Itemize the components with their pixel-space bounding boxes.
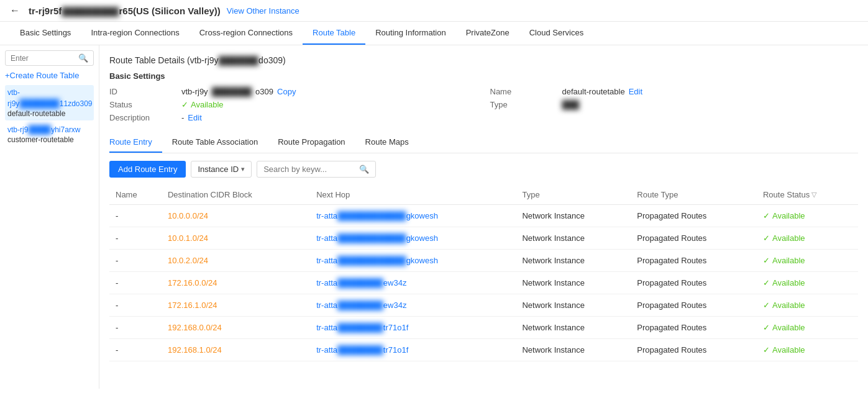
cell-cidr-5: 192.168.0.0/24 <box>162 317 310 339</box>
table-row: - 192.168.0.0/24 tr-atta████████tr71o1f … <box>109 317 858 339</box>
name-edit-button[interactable]: Edit <box>629 87 642 96</box>
main-layout: 🔍 +Create Route Table vtb-rj9y███████11z… <box>0 45 868 389</box>
cell-cidr-4: 172.16.1.0/24 <box>162 294 310 317</box>
cell-cidr-0: 10.0.0.0/24 <box>162 205 310 227</box>
check-icon: ✓ <box>763 233 770 243</box>
cell-next-hop-2: tr-atta████████████gkowesh <box>310 250 516 272</box>
cell-type-2: Network Instance <box>516 250 631 272</box>
info-row-id: ID vtb-rj9y███████o309 Copy <box>109 87 478 96</box>
id-label: ID <box>109 87 171 96</box>
detail-header: Route Table Details (vtb-rj9y███████do30… <box>109 55 858 65</box>
desc-edit-button[interactable]: Edit <box>188 113 201 122</box>
cell-name-4: - <box>109 294 162 317</box>
tab-private-zone[interactable]: PrivateZone <box>456 22 519 45</box>
cell-type-1: Network Instance <box>516 227 631 250</box>
info-row-desc: Description - Edit <box>109 113 478 122</box>
type-label: Type <box>490 100 552 109</box>
cell-route-type-0: Propagated Routes <box>631 205 757 227</box>
name-label: Name <box>490 87 552 96</box>
add-route-entry-button[interactable]: Add Route Entry <box>109 161 186 178</box>
chevron-down-icon: ▾ <box>241 165 245 173</box>
sidebar-item-2[interactable]: vtb-rj9████yhi7arxw customer-routetable <box>5 122 94 147</box>
cell-cidr-1: 10.0.1.0/24 <box>162 227 310 250</box>
info-row-status: Status ✓ Available <box>109 100 478 109</box>
id-value: vtb-rj9y███████o309 Copy <box>181 87 296 96</box>
instance-id-label: Instance ID <box>198 165 239 174</box>
cell-status-3: ✓ Available <box>757 272 858 294</box>
inner-tab-route-entry[interactable]: Route Entry <box>109 132 162 153</box>
cell-status-5: ✓ Available <box>757 317 858 339</box>
keyword-search-box[interactable]: 🔍 <box>257 161 376 178</box>
id-copy-button[interactable]: Copy <box>277 87 296 96</box>
name-value: default-routetable Edit <box>562 87 643 96</box>
table-row: - 172.16.1.0/24 tr-atta████████ew34z Net… <box>109 294 858 317</box>
instance-id-dropdown[interactable]: Instance ID ▾ <box>191 161 252 178</box>
header-bar: ← tr-rj9r5f██████████r65(US (Silicon Val… <box>0 0 868 22</box>
cell-name-2: - <box>109 250 162 272</box>
route-status-filter[interactable]: Route Status ▽ <box>763 190 816 199</box>
search-icon: 🔍 <box>78 53 88 63</box>
keyword-search-input[interactable] <box>263 165 357 174</box>
cell-status-6: ✓ Available <box>757 339 858 361</box>
top-tab-bar: Basic Settings Intra-region Connections … <box>0 22 868 45</box>
col-next-hop: Next Hop <box>310 185 516 205</box>
table-row: - 192.168.1.0/24 tr-atta████████tr71o1f … <box>109 339 858 361</box>
cell-next-hop-5: tr-atta████████tr71o1f <box>310 317 516 339</box>
cell-type-5: Network Instance <box>516 317 631 339</box>
inner-tab-route-table-assoc[interactable]: Route Table Association <box>162 132 268 153</box>
cell-next-hop-3: tr-atta████████ew34z <box>310 272 516 294</box>
status-label: Status <box>109 100 171 109</box>
toolbar: Add Route Entry Instance ID ▾ 🔍 <box>109 161 858 178</box>
back-button[interactable]: ← <box>10 5 20 16</box>
cell-status-4: ✓ Available <box>757 294 858 317</box>
desc-label: Description <box>109 113 171 122</box>
cell-cidr-3: 172.16.0.0/24 <box>162 272 310 294</box>
view-other-instance-button[interactable]: View Other Instance <box>227 6 299 16</box>
check-icon: ✓ <box>763 323 770 332</box>
tab-cross-region[interactable]: Cross-region Connections <box>190 22 303 45</box>
info-row-name: Name default-routetable Edit <box>490 87 859 96</box>
cell-status-2: ✓ Available <box>757 250 858 272</box>
tab-basic-settings[interactable]: Basic Settings <box>10 22 81 45</box>
type-value: ███ <box>562 100 580 109</box>
cell-name-5: - <box>109 317 162 339</box>
desc-value: - Edit <box>181 113 202 122</box>
sidebar-search-box[interactable]: 🔍 <box>5 50 94 66</box>
cell-name-3: - <box>109 272 162 294</box>
tab-routing-info[interactable]: Routing Information <box>365 22 455 45</box>
sidebar-search-input[interactable] <box>11 54 76 63</box>
inner-tab-route-propagation[interactable]: Route Propagation <box>268 132 355 153</box>
col-name: Name <box>109 185 162 205</box>
basic-settings-label: Basic Settings <box>109 71 858 81</box>
sidebar-item-2-name: customer-routetable <box>7 135 91 144</box>
status-value: ✓ Available <box>181 100 224 109</box>
tab-intra-region[interactable]: Intra-region Connections <box>81 22 189 45</box>
info-right: Name default-routetable Edit Type ███ <box>490 87 859 122</box>
sidebar: 🔍 +Create Route Table vtb-rj9y███████11z… <box>0 45 99 389</box>
search-icon: 🔍 <box>359 165 369 174</box>
tab-route-table[interactable]: Route Table <box>303 22 365 45</box>
cell-next-hop-1: tr-atta████████████gkowesh <box>310 227 516 250</box>
sidebar-item-1[interactable]: vtb-rj9y███████11zdo309 default-routetab… <box>5 85 94 120</box>
cell-name-1: - <box>109 227 162 250</box>
table-row: - 10.0.0.0/24 tr-atta████████████gkowesh… <box>109 205 858 227</box>
route-table: Name Destination CIDR Block Next Hop Typ… <box>109 185 858 361</box>
create-route-table-button[interactable]: +Create Route Table <box>5 71 94 80</box>
cell-type-3: Network Instance <box>516 272 631 294</box>
inner-tab-route-maps[interactable]: Route Maps <box>355 132 419 153</box>
info-left: ID vtb-rj9y███████o309 Copy Status ✓ Ava… <box>109 87 478 122</box>
cell-name-6: - <box>109 339 162 361</box>
cell-cidr-2: 10.0.2.0/24 <box>162 250 310 272</box>
inner-tab-bar: Route Entry Route Table Association Rout… <box>109 132 858 153</box>
cell-route-type-3: Propagated Routes <box>631 272 757 294</box>
cell-cidr-6: 192.168.1.0/24 <box>162 339 310 361</box>
check-icon: ✓ <box>763 256 770 265</box>
cell-route-type-5: Propagated Routes <box>631 317 757 339</box>
cell-status-1: ✓ Available <box>757 227 858 250</box>
cell-type-6: Network Instance <box>516 339 631 361</box>
col-route-status: Route Status ▽ <box>757 185 858 205</box>
cell-status-0: ✓ Available <box>757 205 858 227</box>
tab-cloud-services[interactable]: Cloud Services <box>519 22 593 45</box>
table-header-row: Name Destination CIDR Block Next Hop Typ… <box>109 185 858 205</box>
cell-route-type-4: Propagated Routes <box>631 294 757 317</box>
